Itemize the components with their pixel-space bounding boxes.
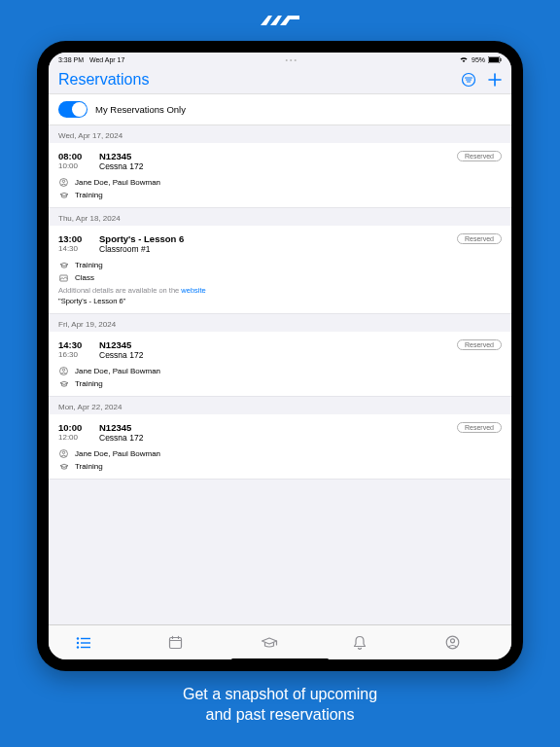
battery-icon — [488, 56, 502, 63]
svg-rect-1 — [489, 57, 499, 62]
reservation-item[interactable]: Reserved 13:00 14:30 Sporty's - Lesson 6… — [49, 226, 511, 314]
tab-calendar[interactable] — [168, 635, 207, 650]
tab-profile[interactable] — [445, 635, 484, 650]
graduation-icon — [58, 380, 69, 388]
end-time: 12:00 — [58, 433, 89, 442]
svg-point-13 — [76, 641, 78, 643]
graduation-icon — [58, 463, 69, 471]
status-time: 3:38 PM — [58, 56, 84, 63]
date-header: Mon, Apr 22, 2024 — [49, 397, 511, 414]
svg-point-8 — [62, 369, 64, 371]
reservation-title: N12345 — [99, 422, 502, 433]
person-icon — [58, 449, 69, 458]
svg-rect-17 — [169, 638, 181, 649]
filter-bar: My Reservations Only — [49, 93, 511, 125]
website-link[interactable]: website — [181, 286, 205, 295]
status-date: Wed Apr 17 — [89, 56, 124, 63]
person-icon — [58, 367, 69, 375]
svg-rect-2 — [501, 58, 502, 61]
end-time: 16:30 — [58, 350, 89, 359]
svg-rect-16 — [81, 646, 90, 647]
reservation-item[interactable]: Reserved 10:00 12:00 N12345 Cessna 172 — [49, 414, 511, 480]
person-icon — [58, 178, 69, 187]
end-time: 14:30 — [58, 244, 89, 253]
svg-point-19 — [451, 639, 455, 643]
additional-note: Additional details are available on the … — [58, 286, 502, 295]
reservation-title: Sporty's - Lesson 6 — [99, 233, 502, 244]
start-time: 08:00 — [58, 151, 89, 161]
reservation-item[interactable]: Reserved 08:00 10:00 N12345 Cessna 172 — [49, 143, 511, 208]
participants: Jane Doe, Paul Bowman — [75, 178, 160, 187]
status-badge: Reserved — [457, 422, 502, 433]
category: Training — [75, 379, 103, 388]
reservation-subtitle: Classroom #1 — [99, 244, 502, 254]
participants: Jane Doe, Paul Bowman — [75, 367, 160, 375]
svg-rect-14 — [81, 642, 90, 643]
svg-point-11 — [76, 637, 78, 639]
participants: Jane Doe, Paul Bowman — [75, 449, 160, 458]
note-quote: "Sporty's - Lesson 6" — [58, 297, 502, 305]
status-badge: Reserved — [457, 339, 502, 350]
category: Training — [75, 462, 103, 471]
marketing-caption: Get a snapshot of upcoming and past rese… — [183, 685, 377, 726]
add-icon[interactable] — [488, 73, 502, 87]
home-indicator[interactable] — [231, 658, 329, 659]
reservation-item[interactable]: Reserved 14:30 16:30 N12345 Cessna 172 — [49, 332, 511, 397]
tablet-frame: 3:38 PM Wed Apr 17 ••• 95% Reservations — [37, 41, 523, 671]
wifi-icon — [459, 55, 469, 63]
my-reservations-toggle[interactable] — [58, 101, 88, 118]
start-time: 14:30 — [58, 339, 89, 350]
filter-icon[interactable] — [461, 72, 476, 88]
svg-rect-12 — [81, 637, 90, 638]
reservations-list[interactable]: Wed, Apr 17, 2024 Reserved 08:00 10:00 N… — [49, 125, 511, 624]
tab-bar — [49, 624, 511, 659]
end-time: 10:00 — [58, 161, 89, 170]
reservation-subtitle: Cessna 172 — [99, 433, 502, 443]
tab-list[interactable] — [76, 636, 115, 650]
reservation-title: N12345 — [99, 151, 502, 161]
category: Training — [75, 191, 103, 199]
status-badge: Reserved — [457, 151, 502, 161]
reservation-subtitle: Cessna 172 — [99, 161, 502, 171]
category: Class — [75, 273, 94, 282]
svg-point-10 — [62, 451, 64, 453]
status-badge: Reserved — [457, 233, 502, 244]
status-bar: 3:38 PM Wed Apr 17 ••• 95% — [49, 53, 511, 66]
page-title: Reservations — [58, 71, 149, 89]
filter-label: My Reservations Only — [95, 104, 186, 115]
reservation-subtitle: Cessna 172 — [99, 350, 502, 360]
graduation-icon — [58, 262, 69, 269]
nav-header: Reservations — [49, 66, 511, 93]
date-header: Thu, Apr 18, 2024 — [49, 208, 511, 226]
start-time: 13:00 — [58, 233, 89, 244]
reservation-title: N12345 — [99, 339, 502, 350]
tablet-screen: 3:38 PM Wed Apr 17 ••• 95% Reservations — [49, 53, 511, 659]
graduation-icon — [58, 192, 69, 199]
status-center-dots: ••• — [286, 56, 298, 63]
start-time: 10:00 — [58, 422, 89, 433]
date-header: Fri, Apr 19, 2024 — [49, 314, 511, 332]
date-header: Wed, Apr 17, 2024 — [49, 125, 511, 143]
image-icon — [58, 274, 69, 282]
brand-logo — [261, 0, 299, 41]
battery-percent: 95% — [472, 56, 485, 63]
svg-point-15 — [76, 646, 78, 648]
tab-training[interactable] — [261, 636, 299, 650]
svg-point-5 — [62, 180, 64, 182]
tab-notifications[interactable] — [353, 635, 392, 651]
category: Training — [75, 261, 103, 269]
